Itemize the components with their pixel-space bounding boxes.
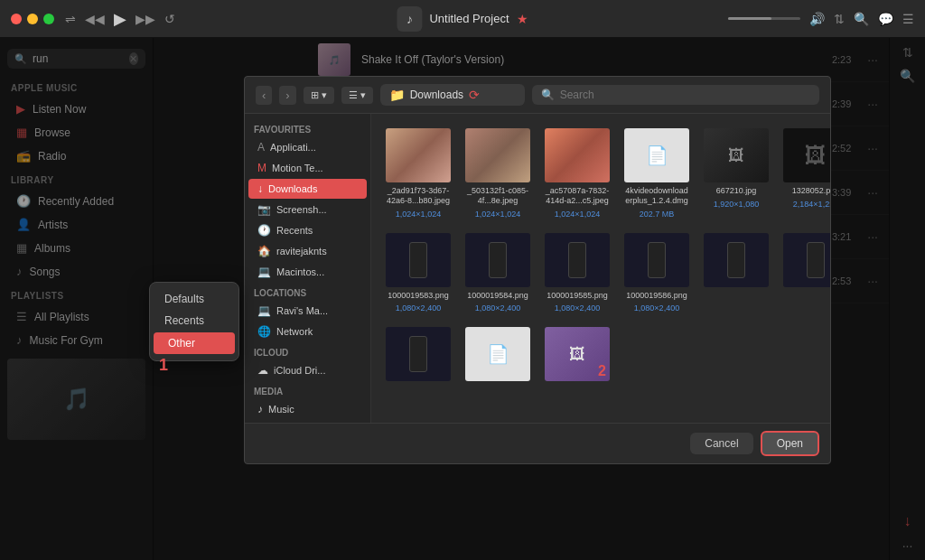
fb-location-arrow[interactable]: ⟳ [469, 88, 480, 102]
locations-label: Locations [245, 283, 370, 300]
music-icon: ♪ [257, 403, 263, 415]
image-icon: 🖼 [569, 345, 585, 364]
file-meta: 2,184×1,224 [793, 200, 830, 209]
search-icon: 🔍 [541, 89, 555, 101]
computer-icon: 💻 [257, 304, 271, 317]
main-layout: 🔍 ✕ Apple Music ▶ Listen Now ▦ Browse 📻 … [0, 38, 925, 560]
fb-sidebar-item-icloud[interactable]: ☁ iCloud Dri... [248, 360, 367, 380]
filter-icon[interactable]: ⇅ [834, 12, 845, 26]
applications-icon: A [257, 141, 265, 154]
fb-sidebar-item-label: iCloud Dri... [274, 365, 325, 376]
repeat-icon[interactable]: ↺ [164, 12, 175, 26]
fb-sidebar-item-screenshots[interactable]: 📷 Screensh... [248, 200, 367, 219]
volume-slider[interactable] [728, 17, 800, 20]
file-item[interactable]: 🖼 667210.jpg 1,920×1,080 [700, 125, 772, 222]
file-item[interactable]: 1000019586.png 1,080×2,400 [621, 229, 693, 317]
file-item[interactable]: 📄 4kvideodownloaderplus_1.2.4.dmg 202.7 … [621, 125, 693, 222]
phone-shape [568, 242, 586, 278]
file-thumbnail [386, 327, 451, 381]
fb-search-bar[interactable]: 🔍 [532, 85, 819, 105]
fb-sidebar-item-downloads[interactable]: ↓ Downloads [248, 179, 367, 199]
minimize-button[interactable] [27, 14, 38, 24]
file-thumbnail [783, 233, 830, 287]
fb-sidebar-item-ravis-mac[interactable]: 💻 Ravi's Ma... [248, 301, 367, 321]
play-icon[interactable]: ▶ [114, 9, 126, 29]
fb-cancel-button[interactable]: Cancel [690, 433, 752, 454]
media-label: Media [245, 381, 370, 398]
fb-location-text: Downloads [410, 89, 463, 101]
file-item[interactable] [382, 323, 454, 392]
file-thumbnail [386, 128, 451, 182]
music-note-icon: ♪ [406, 12, 413, 26]
fb-sidebar-item-label: Applicati... [270, 142, 316, 153]
jpg-icon: 🖼 [728, 146, 744, 165]
file-thumbnail [386, 233, 451, 287]
fb-sidebar-item-label: Screensh... [276, 204, 327, 215]
file-item[interactable] [700, 229, 772, 317]
search-icon[interactable]: 🔍 [854, 12, 869, 26]
dmg-icon: 📄 [646, 145, 668, 166]
file-name: _ac57087a-7832-414d-a2...c5.jpeg [545, 186, 610, 206]
close-button[interactable] [11, 14, 22, 24]
motion-icon: M [257, 162, 266, 174]
open-button-wrapper: Open [761, 431, 819, 456]
file-item[interactable]: 1000019583.png 1,080×2,400 [382, 229, 454, 317]
maximize-button[interactable] [43, 14, 54, 24]
fb-sidebar-item-motion[interactable]: M Motion Te... [248, 158, 367, 178]
file-name: 1328052.png [792, 186, 830, 196]
playback-controls: ⇌ ◀◀ ▶ ▶▶ ↺ [65, 9, 175, 29]
star-icon[interactable]: ★ [517, 12, 528, 26]
fb-sidebar-item-label: Macintos... [276, 266, 324, 277]
home-icon: 🏠 [257, 245, 271, 257]
step-number-2: 2 [598, 363, 606, 379]
fb-sidebar-item-music[interactable]: ♪ Music [248, 399, 367, 419]
fb-list-view-button[interactable]: ☰ ▾ [341, 87, 373, 104]
fb-sidebar-item-label: Downloads [268, 183, 317, 194]
fb-sidebar-item-home[interactable]: 🏠 ravitejaknts [248, 241, 367, 261]
fb-sidebar-item-label: Network [276, 326, 313, 337]
fb-grid-view-button[interactable]: ⊞ ▾ [304, 87, 334, 104]
fb-sidebar-item-label: Motion Te... [272, 163, 323, 173]
chevron-down-icon: ▾ [360, 89, 366, 101]
file-browser-content: Favourites A Applicati... M Motion Te...… [245, 114, 830, 423]
screenshots-icon: 📷 [257, 203, 271, 216]
file-meta: 1,024×1,024 [475, 210, 520, 219]
file-item[interactable] [780, 229, 830, 317]
fb-forward-button[interactable]: › [279, 86, 295, 105]
chat-icon[interactable]: 💬 [878, 12, 893, 26]
menu-icon[interactable]: ☰ [902, 12, 914, 26]
fb-search-input[interactable] [560, 89, 810, 101]
volume-icon[interactable]: 🔊 [809, 12, 825, 26]
fb-sidebar-item-macintosh[interactable]: 💻 Macintos... [248, 262, 367, 282]
dropdown-item-other[interactable]: Other [154, 332, 235, 354]
fb-sidebar: Favourites A Applicati... M Motion Te...… [245, 114, 371, 423]
recents-icon: 🕐 [257, 224, 271, 237]
file-item[interactable]: 🖼 1328052.png 2,184×1,224 [780, 125, 830, 222]
file-item[interactable]: _2ad91f73-3d67-42a6-8...b80.jpeg 1,024×1… [382, 125, 454, 222]
titlebar: ⇌ ◀◀ ▶ ▶▶ ↺ ♪ Untitled Project ★ 🔊 ⇅ 🔍 💬… [0, 0, 925, 38]
forward-icon[interactable]: ▶▶ [135, 12, 155, 26]
fb-back-button[interactable]: ‹ [256, 86, 272, 105]
dmg-icon: 📄 [487, 343, 509, 365]
file-thumbnail: 📄 [624, 128, 689, 182]
back-icon[interactable]: ◀◀ [85, 12, 105, 26]
fb-open-button[interactable]: Open [761, 431, 819, 456]
dropdown-item-recents[interactable]: Recents [150, 310, 238, 331]
list-icon: ☰ [349, 89, 358, 101]
dropdown-item-defaults[interactable]: Defaults [150, 288, 238, 310]
fb-sidebar-item-recents[interactable]: 🕐 Recents [248, 220, 367, 240]
icloud-label: iCloud [245, 342, 370, 359]
file-item[interactable]: 1000019584.png 1,080×2,400 [462, 229, 534, 317]
file-item[interactable]: 🖼 2 [541, 323, 613, 392]
title-area: ♪ Untitled Project ★ [397, 6, 528, 32]
shuffle-icon[interactable]: ⇌ [65, 12, 76, 26]
file-item[interactable]: 📄 [462, 323, 534, 392]
file-thumbnail [624, 233, 689, 287]
file-item[interactable]: 1000019585.png 1,080×2,400 [541, 229, 613, 317]
fb-location-bar[interactable]: 📁 Downloads ⟳ [380, 84, 525, 106]
file-item[interactable]: _503132f1-c085-4f...8e.jpeg 1,024×1,024 [462, 125, 534, 222]
fb-sidebar-item-network[interactable]: 🌐 Network [248, 322, 367, 341]
file-item[interactable]: _ac57087a-7832-414d-a2...c5.jpeg 1,024×1… [541, 125, 613, 222]
fb-sidebar-item-applications[interactable]: A Applicati... [248, 137, 367, 157]
file-thumbnail [545, 128, 610, 182]
